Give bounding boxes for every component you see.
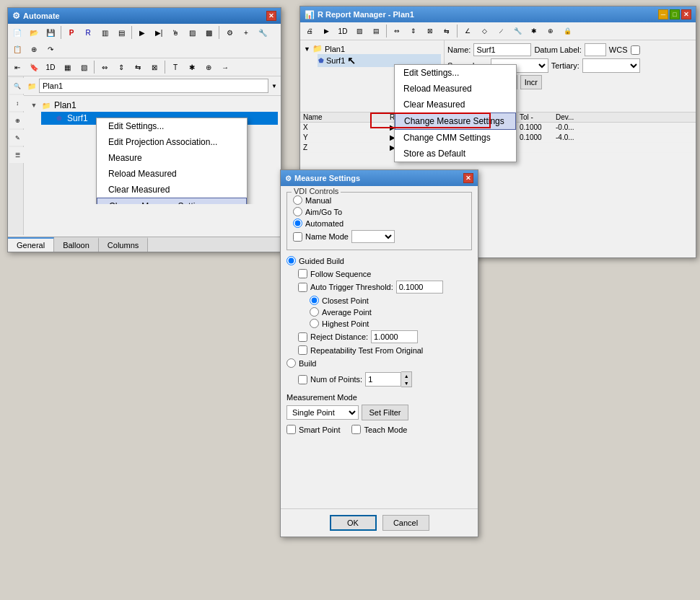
tb-t10[interactable]: ↷ [43, 41, 58, 57]
tb-new[interactable]: 📄 [9, 25, 25, 40]
tb-step[interactable]: ▶| [151, 25, 167, 40]
tb2-7[interactable]: ⇕ [113, 59, 129, 75]
checkbox-repeatability[interactable] [298, 345, 307, 355]
ctx-change-measure-settings[interactable]: Change Measure Settings [97, 198, 247, 204]
tb-t3[interactable]: ▨ [184, 25, 200, 40]
tb-run[interactable]: ▶ [134, 25, 150, 40]
tb2-5[interactable]: ▧ [76, 59, 92, 75]
tb2-13[interactable]: → [217, 59, 233, 75]
left-tool-3[interactable]: ⊕ [9, 112, 25, 128]
rpt-tb-1[interactable]: 🖨 [302, 23, 318, 39]
report-datum-input[interactable] [585, 43, 606, 56]
radio-highest-point[interactable] [310, 319, 319, 328]
report-close-btn[interactable]: ✕ [681, 9, 691, 19]
tb-t4[interactable]: ▩ [201, 25, 216, 40]
address-input[interactable]: Plan1 [39, 79, 268, 93]
measurement-mode-select[interactable]: Single Point [286, 405, 359, 420]
rpt-ctx-store-default[interactable]: Store as Default [395, 146, 516, 162]
rpt-tb-9[interactable]: ⇆ [439, 23, 455, 39]
checkbox-auto-trigger[interactable] [298, 283, 307, 292]
reject-distance-input[interactable]: 1.0000 [371, 330, 418, 343]
left-tool-1[interactable]: 🔍 [9, 78, 25, 94]
report-minimize-btn[interactable]: ─ [658, 9, 668, 19]
rpt-ctx-edit-settings[interactable]: Edit Settings... [395, 65, 516, 81]
rpt-tb-15[interactable]: ⊕ [543, 23, 559, 39]
ctx-measure[interactable]: Measure [97, 150, 247, 166]
rpt-tb-4[interactable]: ▨ [351, 23, 367, 39]
spinbox-up-btn[interactable]: ▲ [401, 372, 411, 379]
rpt-ctx-change-cmm[interactable]: Change CMM Settings [395, 130, 516, 146]
rpt-tb-3[interactable]: 1D [335, 23, 351, 39]
spinbox-down-btn[interactable]: ▼ [401, 379, 411, 387]
rpt-tb-14[interactable]: ✱ [526, 23, 542, 39]
tb-t1[interactable]: ▥ [97, 25, 113, 40]
tb-t9[interactable]: ⊕ [26, 41, 42, 57]
tb2-1[interactable]: ⇤ [9, 59, 25, 75]
radio-aimgoto[interactable] [293, 207, 302, 216]
address-dropdown-icon[interactable]: ▼ [271, 83, 277, 89]
rpt-ctx-clear[interactable]: Clear Measured [395, 97, 516, 112]
radio-automated[interactable] [293, 219, 302, 228]
tb2-2[interactable]: 🔖 [26, 59, 42, 75]
root-expand[interactable]: ▼ [30, 101, 38, 110]
tb2-6[interactable]: ⇔ [97, 59, 113, 75]
left-tool-2[interactable]: ↕ [9, 95, 25, 111]
tb-r[interactable]: R [80, 25, 96, 40]
tb2-11[interactable]: ✱ [184, 59, 200, 75]
rpt-tb-12[interactable]: ⟋ [493, 23, 509, 39]
checkbox-teach-mode[interactable] [351, 425, 361, 434]
report-wcs-check[interactable] [631, 45, 640, 55]
rpt-tb-13[interactable]: 🔧 [509, 23, 525, 39]
tab-general[interactable]: General [8, 237, 54, 252]
left-tool-4[interactable]: ✎ [9, 130, 25, 146]
checkbox-num-points[interactable] [298, 375, 307, 384]
ctx-reload-measured[interactable]: Reload Measured [97, 166, 247, 182]
tb-t6[interactable]: + [238, 25, 254, 40]
checkbox-name-mode[interactable] [293, 232, 302, 242]
tab-balloon[interactable]: Balloon [54, 237, 99, 252]
tb-t8[interactable]: 📋 [9, 41, 25, 57]
radio-average-point[interactable] [310, 307, 319, 317]
radio-guided-build[interactable] [286, 256, 296, 265]
report-tree-root[interactable]: ▼ 📁 Plan1 [303, 43, 441, 54]
rpt-tb-6[interactable]: ⇔ [389, 23, 405, 39]
cancel-btn[interactable]: Cancel [382, 515, 429, 531]
tb-open[interactable]: 📂 [26, 25, 42, 40]
report-name-input[interactable]: Surf1 [473, 43, 531, 56]
ctx-edit-settings[interactable]: Edit Settings... [97, 118, 247, 134]
ctx-clear-measured[interactable]: Clear Measured [97, 182, 247, 198]
report-tertiary-select[interactable] [582, 58, 640, 73]
ctx-edit-projection[interactable]: Edit Projection Association... [97, 134, 247, 150]
rpt-tb-8[interactable]: ⊠ [422, 23, 438, 39]
rpt-tb-5[interactable]: ▤ [368, 23, 384, 39]
rpt-tb-16[interactable]: 🔒 [559, 23, 575, 39]
rpt-tb-11[interactable]: ◇ [476, 23, 492, 39]
tb-p[interactable]: P [64, 25, 79, 40]
tab-columns[interactable]: Columns [99, 237, 148, 252]
set-filter-btn[interactable]: Set Filter [362, 405, 408, 420]
tb2-9[interactable]: ⊠ [146, 59, 162, 75]
tb-save[interactable]: 💾 [43, 25, 58, 40]
tb2-3[interactable]: 1D [43, 59, 58, 75]
tb2-4[interactable]: ▦ [59, 59, 75, 75]
rpt-ctx-reload[interactable]: Reload Measured [395, 81, 516, 97]
tb2-12[interactable]: ⊕ [201, 59, 216, 75]
tree-root-item[interactable]: ▼ 📁 Plan1 [27, 99, 278, 112]
tb-t5[interactable]: ⚙ [222, 25, 237, 40]
rpt-tb-10[interactable]: ∠ [460, 23, 476, 39]
rpt-tb-2[interactable]: ▶ [318, 23, 334, 39]
tb2-8[interactable]: ⇆ [130, 59, 146, 75]
tb-cursor[interactable]: 🖱 [167, 25, 183, 40]
tb-t7[interactable]: 🔧 [255, 25, 271, 40]
rpt-tb-7[interactable]: ⇕ [406, 23, 421, 39]
report-maximize-btn[interactable]: □ [670, 9, 680, 19]
ok-btn[interactable]: OK [330, 515, 377, 531]
radio-closest-point[interactable] [310, 296, 319, 305]
checkbox-reject-distance[interactable] [298, 332, 307, 342]
left-tool-5[interactable]: ☰ [9, 147, 25, 163]
tb2-10[interactable]: T [167, 59, 183, 75]
num-points-input[interactable]: 1 [365, 372, 401, 387]
checkbox-smart-point[interactable] [286, 425, 296, 434]
rpt-ctx-change-measure[interactable]: Change Measure Settings [395, 112, 516, 130]
tb-t2[interactable]: ▤ [113, 25, 129, 40]
